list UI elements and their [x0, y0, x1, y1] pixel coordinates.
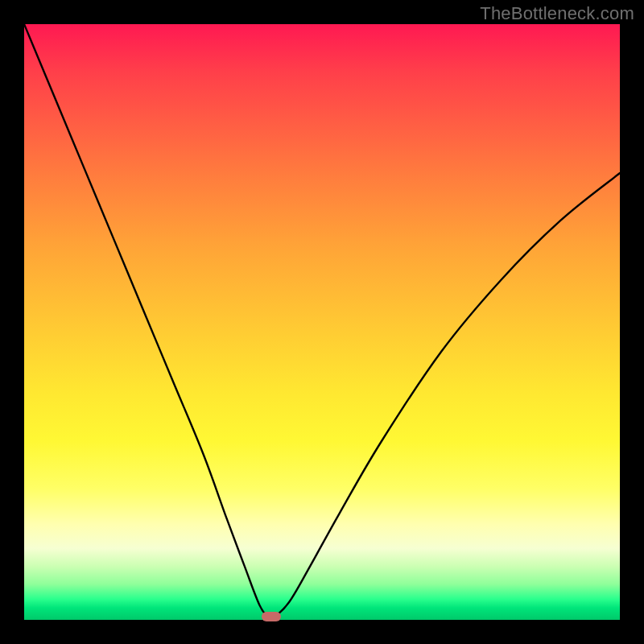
watermark-text: TheBottleneck.com: [480, 3, 634, 24]
chart-frame: TheBottleneck.com: [0, 0, 644, 644]
bottleneck-curve: [24, 24, 620, 620]
curve-path: [24, 24, 620, 619]
minimum-marker: [262, 612, 281, 621]
plot-area: [24, 24, 620, 620]
